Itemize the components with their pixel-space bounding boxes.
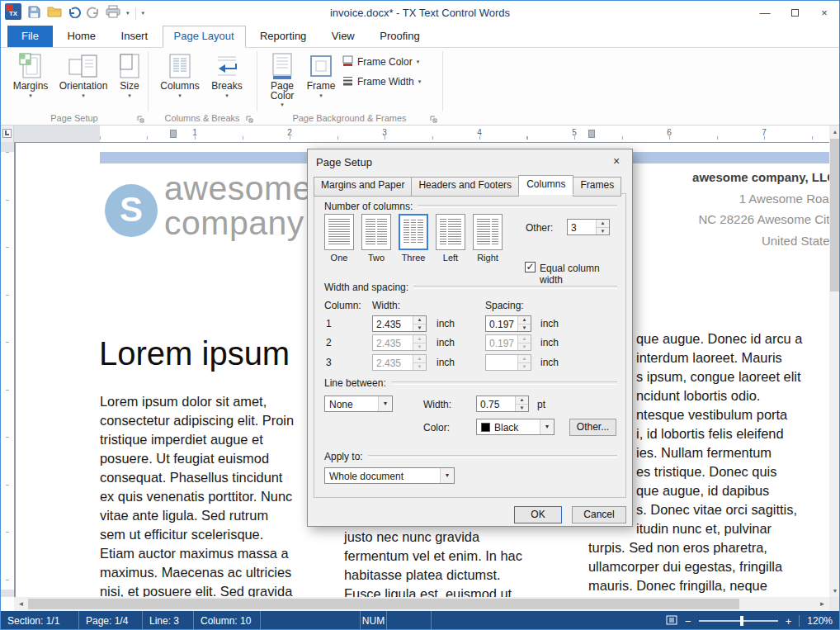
scroll-right-icon[interactable]: ►: [815, 597, 829, 611]
zoom-out-button[interactable]: −: [685, 616, 691, 627]
columns-breaks-dialog-launcher[interactable]: [245, 112, 255, 122]
text-line: ntesque vestibulum porta: [636, 405, 829, 424]
zoom-controls: − + 120%: [666, 611, 840, 630]
customize-toolbar-dropdown-icon[interactable]: ▾: [142, 10, 145, 17]
spin-up-icon[interactable]: ▲: [597, 220, 609, 228]
text-line: justo nec nunc gravida: [344, 528, 575, 547]
spacing-spinner-1[interactable]: 0.197 ▲▼: [485, 315, 531, 332]
maximize-icon: [791, 9, 799, 17]
indent-marker[interactable]: [588, 130, 595, 138]
tab-reporting[interactable]: Reporting: [249, 26, 317, 47]
app-logo-icon[interactable]: TX: [5, 3, 21, 23]
cancel-button[interactable]: Cancel: [572, 506, 626, 523]
spin-down-icon[interactable]: ▼: [597, 228, 609, 235]
spin-up-icon[interactable]: ▲: [518, 316, 531, 324]
dialog-tab-bar: Margins and Paper Headers and Footers Co…: [314, 175, 621, 195]
status-section: Section: 1/1: [1, 611, 79, 630]
dialog-tab-frames[interactable]: Frames: [573, 177, 621, 197]
preset-three-selected[interactable]: Three: [395, 214, 432, 263]
tab-proofing[interactable]: Proofing: [369, 26, 430, 47]
zoom-slider-thumb[interactable]: [740, 616, 743, 626]
tab-home[interactable]: Home: [56, 26, 106, 47]
open-icon[interactable]: [47, 5, 62, 21]
close-button[interactable]: ×: [809, 1, 839, 26]
tab-view[interactable]: View: [321, 26, 366, 47]
vertical-scrollbar[interactable]: ▲ ▼: [829, 126, 840, 597]
preset-one[interactable]: One: [321, 214, 357, 263]
left-tab-icon: [5, 130, 9, 135]
vertical-scrollbar-thumb[interactable]: [830, 139, 840, 291]
line-width-spinner[interactable]: 0.75 ▲▼: [476, 396, 529, 412]
text-line: vitae ante ligula. Sed rutrum: [100, 506, 331, 525]
zoom-slider[interactable]: [699, 620, 778, 622]
unit-label: inch: [437, 318, 455, 329]
zoom-in-button[interactable]: +: [786, 616, 792, 627]
scroll-up-icon[interactable]: ▲: [829, 129, 840, 135]
horizontal-scrollbar[interactable]: ◄ ►: [14, 597, 829, 611]
line-between-dropdown[interactable]: None ▾: [324, 396, 393, 412]
column-header: Column:: [324, 300, 361, 311]
print-dropdown-icon[interactable]: ▾: [126, 10, 130, 17]
apply-to-dropdown[interactable]: Whole document ▾: [324, 467, 455, 484]
spin-down-icon[interactable]: ▼: [518, 324, 531, 332]
tab-file[interactable]: File: [7, 26, 53, 47]
frame-color-icon: [342, 55, 353, 69]
chevron-down-icon: ▾: [440, 468, 454, 483]
color-dropdown[interactable]: Black ▾: [476, 419, 554, 435]
text-line: ex quis venenatis porttitor. Nunc: [100, 487, 331, 506]
scrollbar-corner: [829, 597, 840, 611]
frame-button[interactable]: Frame ▾: [303, 50, 339, 100]
dialog-tab-columns[interactable]: Columns: [518, 175, 573, 195]
maximize-button[interactable]: [780, 1, 809, 26]
margins-button[interactable]: Margins ▾: [7, 50, 54, 100]
frame-color-button[interactable]: Frame Color ▾: [342, 54, 419, 69]
ok-button[interactable]: OK: [514, 506, 562, 523]
ruler-number: 7: [762, 128, 767, 137]
page-background-dialog-launcher[interactable]: [429, 112, 439, 122]
fit-page-icon[interactable]: [666, 615, 677, 628]
tab-insert[interactable]: Insert: [111, 26, 159, 47]
horizontal-scrollbar-thumb[interactable]: [28, 599, 739, 609]
other-columns-spinner[interactable]: 3 ▲▼: [567, 219, 610, 235]
dropdown-arrow-icon: ▾: [303, 92, 339, 100]
text-line: ies. Nullam fermentum: [636, 443, 829, 462]
dialog-close-button[interactable]: ×: [609, 154, 624, 168]
group-separator: [442, 51, 443, 111]
size-button[interactable]: Size ▾: [113, 50, 146, 100]
frame-width-button[interactable]: Frame Width ▾: [342, 73, 421, 89]
indent-marker[interactable]: [170, 130, 177, 138]
orientation-button[interactable]: Orientation ▾: [55, 50, 111, 100]
page-color-button[interactable]: Page Color ▾: [263, 50, 301, 109]
dropdown-arrow-icon: ▾: [156, 92, 204, 100]
width-spinner-1[interactable]: 2.435 ▲▼: [372, 315, 427, 332]
columns-button[interactable]: Columns ▾: [156, 50, 204, 100]
breaks-button[interactable]: Breaks ▾: [205, 50, 248, 100]
scroll-down-icon[interactable]: ▼: [829, 588, 840, 594]
page-setup-dialog-launcher[interactable]: [136, 112, 146, 122]
spin-down-icon[interactable]: ▼: [516, 405, 528, 412]
scroll-left-icon[interactable]: ◄: [14, 597, 28, 611]
horizontal-ruler[interactable]: 1 2 3 4 5 6 7: [14, 126, 829, 142]
minimize-button[interactable]: —: [750, 1, 780, 26]
preset-left[interactable]: Left: [432, 214, 469, 263]
tab-stop-selector[interactable]: [2, 129, 12, 138]
print-icon[interactable]: [106, 5, 120, 21]
dialog-tab-margins-paper[interactable]: Margins and Paper: [314, 177, 412, 197]
other-color-button[interactable]: Other...: [569, 419, 616, 436]
tab-page-layout[interactable]: Page Layout: [163, 26, 246, 48]
preset-two[interactable]: Two: [358, 214, 394, 263]
status-spacer: [261, 611, 361, 630]
vertical-ruler[interactable]: [1, 142, 14, 597]
equal-column-width-checkbox[interactable]: ✓: [525, 262, 536, 272]
undo-icon[interactable]: [68, 6, 81, 21]
spin-up-icon[interactable]: ▲: [516, 396, 528, 405]
preset-right[interactable]: Right: [470, 214, 506, 263]
save-icon[interactable]: [27, 5, 41, 22]
spin-up-icon[interactable]: ▲: [413, 316, 426, 324]
spin-down-icon[interactable]: ▼: [413, 324, 426, 332]
dialog-tab-headers-footers[interactable]: Headers and Footers: [411, 177, 519, 197]
text-line: Fusce ligula est, euismod ut: [344, 585, 575, 597]
text-line: nisi, et posuere elit. Sed gravida: [100, 582, 331, 597]
spin-up-icon: ▲: [413, 355, 426, 363]
redo-icon[interactable]: [87, 6, 100, 21]
